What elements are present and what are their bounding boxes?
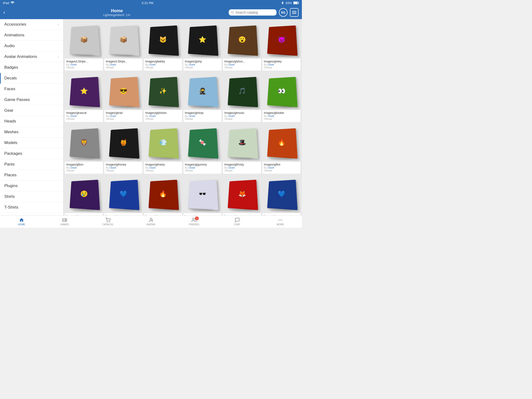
item-thumbnail: 🔥	[262, 123, 300, 161]
sidebar-item-shirts[interactable]: Shirts	[0, 191, 63, 202]
sidebar-item-plugins[interactable]: Plugins	[0, 181, 63, 191]
grid-item[interactable]: 💙 Images/gt... By Onett Offsale	[104, 175, 142, 215]
creator-link[interactable]: Onett	[70, 166, 76, 169]
grid-item[interactable]: 🍬 Images/gtgummy By Onett Offsale	[184, 123, 222, 173]
grid-item[interactable]: 🎩 Images/gtfrosty By Onett Offsale	[223, 123, 261, 173]
grid-item[interactable]: 🥷 Images/gtninja By Onett Offsale	[184, 72, 222, 122]
creator-link[interactable]: Onett	[189, 114, 195, 117]
grid-item[interactable]: 🦁 Images/gtlion By Onett Offsale	[65, 123, 103, 173]
grid-item[interactable]: 👀 Images/gtlooker By Onett Offsale	[262, 72, 300, 122]
time-display: 5:31 PM	[142, 1, 153, 5]
grid-item[interactable]: 🔥 Images/gtfire By Onett Offsale	[262, 123, 300, 173]
robux-button[interactable]: RS	[279, 8, 288, 17]
sidebar-item-heads[interactable]: Heads	[0, 116, 63, 127]
grid-item[interactable]: 🐱 Images/gttabby By Onett Offsale	[144, 21, 182, 70]
nav-label: HOME	[18, 223, 25, 226]
creator-link[interactable]: Onett	[110, 114, 116, 117]
grid-item[interactable]: 🍯 Images/gthoney By Onett Offsale	[104, 123, 142, 173]
svg-point-9	[63, 220, 64, 221]
item-name: Images/gtfire	[264, 163, 299, 166]
wifi-icon	[11, 1, 14, 4]
creator-link[interactable]: Onett	[268, 114, 274, 117]
grid-item[interactable]: ⭐ Images/gtrascal By Onett Offsale	[65, 72, 103, 122]
item-info: Images/gt... By Onett Offsale	[223, 213, 261, 215]
sidebar-item-models[interactable]: Models	[0, 138, 63, 148]
nav-item-more[interactable]: MORE	[259, 215, 302, 228]
item-info: Images/gttabby By Onett Offsale	[144, 59, 182, 70]
grid-item[interactable]: 🎵 Images/gtmusic By Onett Offsale	[223, 72, 261, 122]
menu-button[interactable]	[290, 8, 298, 17]
item-price: Offsale	[66, 117, 101, 120]
creator-link[interactable]: Onett	[149, 166, 155, 169]
sidebar-item-t-shirts[interactable]: T-Shirts	[0, 202, 63, 213]
item-info: Images/gthoney By Onett Offsale	[104, 162, 142, 174]
item-thumbnail: 📦	[104, 21, 142, 59]
grid-item[interactable]: ⭐ Images/gtshy By Onett Offsale	[184, 21, 222, 70]
grid-item[interactable]: 💨 Images/gthasty By Onett Offsale	[144, 123, 182, 173]
grid-item[interactable]: 😮 Images/gtshoc... By Onett Offsale	[223, 21, 261, 70]
grid-item[interactable]: 😈 Images/gtriley By Onett Offsale	[262, 21, 300, 70]
grid-item[interactable]: 📦 Images/LStripe... By Onett Offsale	[65, 21, 103, 70]
creator-link[interactable]: Onett	[110, 166, 116, 169]
nav-item-avatar[interactable]: AVATAR	[129, 215, 172, 228]
sidebar-item-meshes[interactable]: Meshes	[0, 127, 63, 138]
creator-link[interactable]: Onett	[189, 63, 195, 66]
nav-item-chat[interactable]: CHAT	[215, 215, 259, 228]
sidebar-item-decals[interactable]: Decals	[0, 73, 63, 84]
item-info: Images/gtshy By Onett Offsale	[184, 59, 222, 70]
creator-link[interactable]: Onett	[70, 63, 76, 66]
svg-point-12	[107, 222, 108, 222]
item-info: Images/gt... By Onett Offsale	[65, 213, 103, 215]
sidebar-item-gear[interactable]: Gear	[0, 105, 63, 116]
creator-link[interactable]: Onett	[228, 166, 235, 169]
creator-link[interactable]: Onett	[268, 166, 274, 169]
header-title: Home LightningstrikerII: 13+	[103, 8, 131, 17]
sidebar-item-pants[interactable]: Pants	[0, 159, 63, 170]
item-thumbnail: 😎	[104, 72, 142, 110]
grid-item[interactable]: ✨ Images/gtphoton By Onett Offsale	[144, 72, 182, 122]
item-creator: By Onett	[264, 114, 299, 117]
creator-link[interactable]: Onett	[110, 63, 116, 66]
search-input[interactable]	[236, 11, 274, 14]
creator-link[interactable]: Onett	[189, 166, 195, 169]
item-creator: By Onett	[66, 166, 101, 169]
nav-item-friends[interactable]: 1 FRIENDS	[172, 215, 215, 228]
creator-link[interactable]: Onett	[228, 114, 235, 117]
item-thumbnail: 🦁	[65, 123, 103, 161]
back-button[interactable]: ‹	[3, 9, 5, 16]
grid-item[interactable]: 😢 Images/gt... By Onett Offsale	[65, 175, 103, 215]
grid-item[interactable]: 🦊 Images/gt... By Onett Offsale	[223, 175, 261, 215]
sidebar-item-label: Faces	[4, 87, 15, 91]
sidebar-item-label: Animations	[4, 33, 24, 38]
item-info: Images/gtphoton By Onett Offsale	[144, 110, 182, 122]
sidebar-item-accessories[interactable]: Accessories›	[0, 19, 63, 30]
item-name: Images/gtninja	[185, 111, 220, 114]
sidebar-item-avatar-animations[interactable]: Avatar Animations›	[0, 51, 63, 62]
grid-item[interactable]: 😎 Images/gtrad By Onett Offsale	[104, 72, 142, 122]
creator-link[interactable]: Onett	[268, 63, 274, 66]
item-creator: By Onett	[145, 114, 180, 117]
sidebar-item-badges[interactable]: Badges	[0, 62, 63, 73]
item-name: Images/gt...	[185, 214, 220, 215]
grid-item[interactable]: 💙 Images/gt... By Onett Offsale	[262, 175, 300, 215]
sidebar-item-game-passes[interactable]: Game Passes	[0, 95, 63, 105]
nav-item-games[interactable]: GAMES	[43, 215, 86, 228]
sidebar-item-packages[interactable]: Packages	[0, 148, 63, 159]
sidebar-item-places[interactable]: Places	[0, 170, 63, 181]
sidebar-item-label: Accessories	[4, 22, 26, 27]
grid-item[interactable]: 📦 Images/LStripe... By Onett Offsale	[104, 21, 142, 70]
creator-link[interactable]: Onett	[149, 114, 155, 117]
creator-link[interactable]: Onett	[228, 63, 235, 66]
sidebar-item-faces[interactable]: Faces	[0, 84, 63, 95]
nav-item-catalog[interactable]: CATALOG	[86, 215, 129, 228]
creator-link[interactable]: Onett	[70, 114, 76, 117]
creator-link[interactable]: Onett	[149, 63, 155, 66]
item-info: Images/gtshoc... By Onett Offsale	[223, 59, 261, 70]
sidebar-item-animations[interactable]: Animations	[0, 30, 63, 41]
sidebar-item-audio[interactable]: Audio	[0, 41, 63, 51]
grid-item[interactable]: 🕶️ Images/gt... By Onett Offsale	[184, 175, 222, 215]
grid-item[interactable]: 🔥 Images/gt... By Onett Offsale	[144, 175, 182, 215]
nav-item-home[interactable]: HOME	[0, 215, 43, 228]
item-price: Offsale	[145, 66, 180, 69]
search-box[interactable]	[229, 9, 277, 16]
